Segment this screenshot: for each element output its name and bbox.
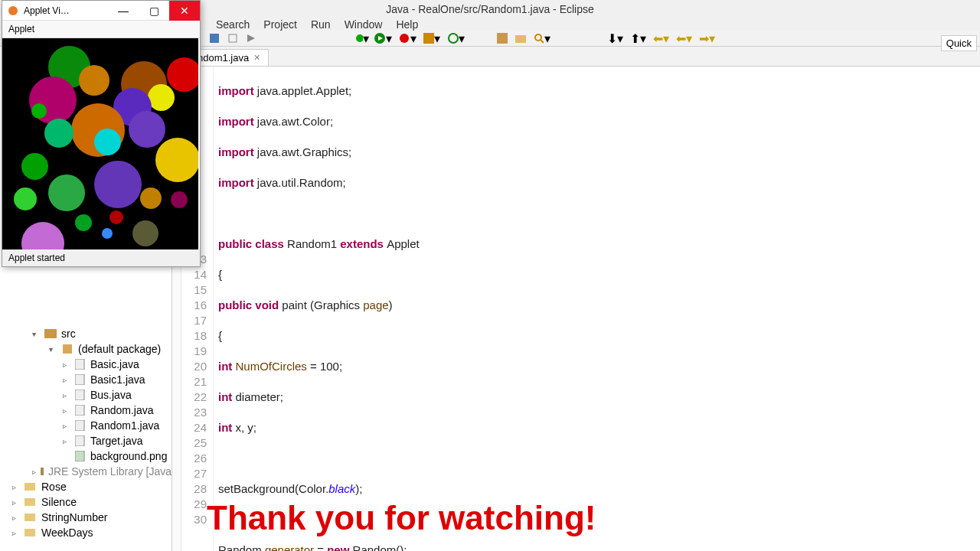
toolbar-skip-icon[interactable] — [243, 31, 259, 46]
line-number: 14 — [181, 267, 207, 282]
circle — [132, 220, 158, 246]
code-text: { — [218, 267, 975, 282]
toolbar-folder-icon[interactable] — [513, 31, 528, 46]
circle — [14, 187, 37, 210]
menu-run[interactable]: Run — [311, 18, 331, 31]
tree-project[interactable]: ▹WeekDays — [0, 525, 172, 540]
tree-file[interactable]: ▹Basic.java — [0, 357, 172, 372]
toolbar-back-icon[interactable]: ⬅▾ — [651, 31, 671, 46]
editor-tab-bar: ndom1.java ✕ — [172, 47, 980, 67]
menu-help[interactable]: Help — [396, 18, 418, 31]
code-text: Random(); — [353, 543, 407, 551]
kw-import: import — [218, 115, 254, 128]
tree-file[interactable]: ▹Target.java — [0, 433, 172, 448]
toolbar-package-icon[interactable] — [495, 31, 510, 46]
tree-project[interactable]: ▹Silence — [0, 494, 172, 510]
tree-file-label: Target.java — [90, 435, 142, 447]
toolbar-run-icon[interactable]: ▾ — [372, 31, 394, 46]
svg-point-6 — [449, 34, 458, 43]
svg-rect-15 — [75, 390, 84, 400]
tree-jre[interactable]: ▹JRE System Library [Java — [0, 464, 172, 479]
line-number: 17 — [181, 313, 207, 328]
applet-status-bar: Applet started — [2, 249, 200, 266]
var-name: generator — [265, 543, 314, 551]
svg-rect-1 — [229, 34, 237, 42]
toolbar-fwd-icon[interactable]: ➡▾ — [697, 31, 717, 46]
menu-project[interactable]: Project — [263, 18, 297, 31]
kw-import: import — [218, 84, 254, 97]
svg-line-10 — [541, 40, 544, 43]
svg-rect-13 — [75, 359, 84, 370]
quick-access-input[interactable]: Quick — [941, 35, 977, 51]
svg-rect-22 — [24, 498, 35, 506]
svg-rect-23 — [24, 514, 35, 521]
code-text: x, y; — [236, 421, 257, 434]
applet-canvas — [2, 38, 198, 249]
toolbar-nav2-icon[interactable]: ⬆▾ — [628, 31, 648, 46]
toolbar-nav1-icon[interactable]: ⬇▾ — [605, 31, 625, 46]
kw-int: int — [218, 360, 236, 373]
tree-file-label: Bus.java — [90, 389, 132, 401]
editor-tab-label: ndom1.java — [198, 52, 249, 64]
line-number: 26 — [181, 451, 207, 466]
line-number: 15 — [181, 282, 207, 298]
svg-rect-12 — [63, 344, 72, 354]
line-number: 28 — [181, 481, 207, 497]
tree-project-label: StringNumber — [41, 511, 107, 523]
tree-project-label: Rose — [41, 481, 67, 493]
toolbar-run-ext-icon[interactable]: ▾ — [397, 31, 418, 46]
tab-close-icon[interactable]: ✕ — [253, 53, 260, 63]
tree-file[interactable]: ▹Basic1.java — [0, 372, 172, 387]
circle — [129, 111, 165, 148]
tree-file-label: background.png — [90, 450, 167, 462]
circle — [48, 174, 85, 211]
tree-jre-label: JRE System Library [Java — [48, 465, 172, 478]
circle — [21, 153, 48, 180]
tree-src-folder[interactable]: ▾src — [0, 326, 172, 341]
tree-file[interactable]: ▹Bus.java — [0, 387, 172, 403]
tree-file[interactable]: ▹Random.java — [0, 403, 172, 418]
applet-viewer-window[interactable]: Applet Vi… — ▢ ✕ Applet Applet started — [2, 0, 201, 267]
toolbar-debug-icon[interactable]: ▾ — [354, 31, 369, 46]
tree-file-label: Random1.java — [90, 419, 159, 432]
close-button[interactable]: ✕ — [169, 1, 200, 21]
code-text: = — [314, 543, 327, 551]
toolbar-step-icon[interactable] — [225, 31, 240, 46]
svg-point-9 — [535, 34, 541, 41]
svg-rect-0 — [210, 34, 219, 43]
toolbar-new2-icon[interactable]: ▾ — [446, 31, 467, 46]
svg-point-2 — [356, 34, 363, 42]
code-text: Random — [218, 543, 265, 551]
svg-rect-11 — [44, 329, 57, 338]
line-number: 25 — [181, 435, 207, 451]
toolbar-search-icon[interactable]: ▾ — [531, 31, 553, 46]
tree-project[interactable]: ▹Rose — [0, 479, 172, 494]
menu-window[interactable]: Window — [345, 18, 383, 31]
tree-package[interactable]: ▾(default package) — [0, 341, 172, 357]
toolbar-save-icon[interactable] — [207, 31, 222, 46]
var-name: NumOfCircles — [236, 360, 307, 373]
code-text: java.awt.Color; — [254, 115, 333, 128]
tree-file[interactable]: ▹Random1.java — [0, 418, 172, 433]
line-number: 23 — [181, 405, 207, 420]
applet-title-bar[interactable]: Applet Vi… — ▢ ✕ — [2, 1, 200, 21]
svg-rect-18 — [75, 435, 84, 446]
param-name: page — [363, 298, 388, 311]
tree-project[interactable]: ▹StringNumber — [0, 510, 172, 525]
tree-file[interactable]: background.png — [0, 448, 172, 464]
overlay-caption: Thank you for watching! — [207, 499, 596, 537]
code-text: { — [218, 328, 975, 344]
const-black: black — [328, 482, 355, 495]
circle — [94, 161, 142, 208]
circle — [21, 222, 64, 249]
applet-menu[interactable]: Applet — [2, 21, 200, 38]
toolbar-back2-icon[interactable]: ⬅▾ — [674, 31, 694, 46]
toolbar-new-icon[interactable]: ▾ — [421, 31, 443, 46]
code-text: diameter; — [236, 390, 284, 403]
code-editor[interactable]: import java.applet.Applet; import java.a… — [214, 67, 980, 551]
maximize-button[interactable]: ▢ — [139, 1, 169, 21]
svg-point-26 — [8, 6, 18, 15]
minimize-button[interactable]: — — [108, 1, 139, 21]
line-number: 22 — [181, 390, 207, 405]
menu-search[interactable]: Search — [216, 18, 250, 31]
